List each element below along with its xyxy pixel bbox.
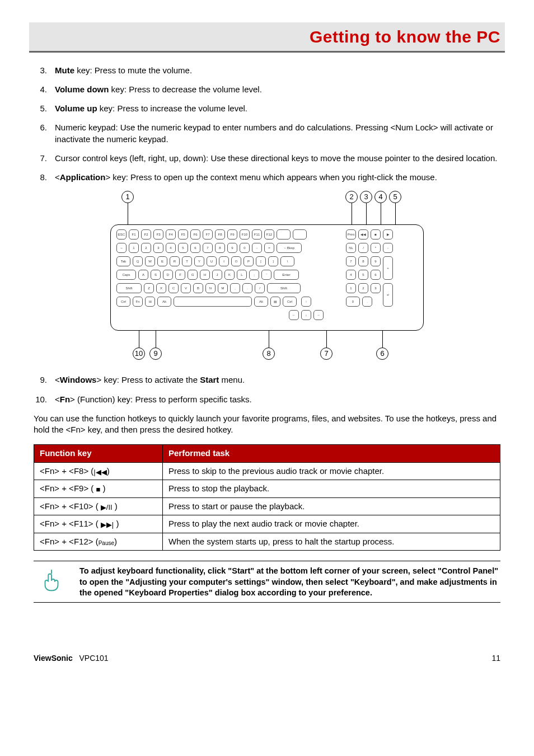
th-function-key: Function key — [34, 445, 163, 462]
chapter-header: Getting to know the PC — [29, 22, 505, 53]
footer-model: VPC101 — [79, 654, 108, 663]
stop-icon: ■ — [96, 485, 101, 495]
pause-icon: Pause — [99, 539, 114, 547]
note-text: To adjust keyboard functionality, click … — [79, 565, 500, 599]
table-row: <Fn> + <F10> ( ▶/II ) Press to start or … — [34, 497, 500, 515]
callout-5: 5 — [389, 191, 401, 203]
table-row: <Fn> + <F9> ( ■ ) Press to stop the play… — [34, 480, 500, 498]
table-row: <Fn> + <F8> (|◀◀) Press to skip to the p… — [34, 462, 500, 480]
feature-list-a: 3. Mute key: Press to mute the volume. 4… — [34, 65, 500, 184]
list-item: 10. <Fn> (Function) key: Press to perfor… — [34, 394, 500, 405]
footer-brand: ViewSonic — [34, 654, 73, 663]
table-row: <Fn> + <F11> ( ▶▶| ) Press to play the n… — [34, 515, 500, 533]
note-box: To adjust keyboard functionality, click … — [34, 561, 500, 603]
feature-list-b: 9. <Windows> key: Press to activate the … — [34, 374, 500, 405]
callout-6: 6 — [376, 348, 388, 360]
page-footer: ViewSonic VPC101 11 — [34, 653, 500, 664]
list-item: 3. Mute key: Press to mute the volume. — [34, 65, 500, 76]
callout-8: 8 — [263, 348, 275, 360]
play-pause-icon: ▶/II — [101, 503, 113, 513]
table-row: <Fn> + <F12> (Pause) When the system sta… — [34, 533, 500, 550]
keyboard-diagram: 1 2 3 4 5 ESCF1F2F3F4F5F6F7F8F9F10F11F12… — [110, 191, 424, 364]
callout-3: 3 — [360, 191, 372, 203]
callout-7: 7 — [320, 348, 332, 360]
list-item: 6. Numeric keypad: Use the numeric keypa… — [34, 122, 500, 145]
chapter-title: Getting to know the PC — [310, 27, 500, 46]
next-track-icon: ▶▶| — [101, 520, 114, 530]
footer-page-number: 11 — [491, 653, 500, 664]
callout-10: 10 — [133, 348, 145, 360]
function-key-table: Function key Performed task <Fn> + <F8> … — [34, 444, 500, 551]
note-hand-icon — [34, 565, 69, 593]
th-performed-task: Performed task — [163, 445, 500, 462]
keyboard-body: ESCF1F2F3F4F5F6F7F8F9F10F11F12 Print◀◀■▶… — [110, 224, 424, 331]
list-item: 4. Volume down key: Press to decrease th… — [34, 84, 500, 95]
list-item: 8. <Application> key: Press to open up t… — [34, 172, 500, 183]
hotkey-paragraph: You can use the function hotkeys to quic… — [34, 413, 500, 436]
callout-2: 2 — [345, 191, 358, 203]
list-item: 9. <Windows> key: Press to activate the … — [34, 374, 500, 386]
prev-track-icon: |◀◀ — [93, 467, 106, 477]
callout-9: 9 — [149, 348, 162, 360]
list-item: 5. Volume up key: Press to increase the … — [34, 103, 500, 114]
list-item: 7. Cursor control keys (left, right, up,… — [34, 153, 500, 164]
callout-4: 4 — [374, 191, 387, 203]
callout-1: 1 — [121, 191, 134, 203]
